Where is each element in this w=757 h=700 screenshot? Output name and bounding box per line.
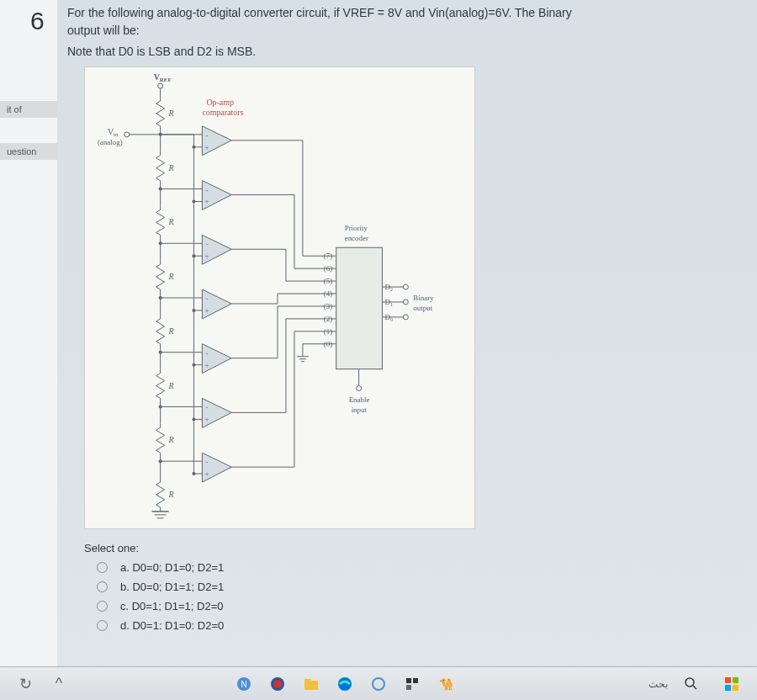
svg-rect-114 [725, 677, 731, 683]
svg-text:input: input [352, 406, 368, 414]
option-c[interactable]: c. D0=1; D1=1; D2=0 [97, 600, 749, 612]
svg-rect-110 [413, 678, 418, 683]
resistor-ladder: R R R R [152, 97, 174, 518]
svg-text:-: - [205, 240, 208, 248]
svg-text:+: + [204, 252, 209, 260]
svg-point-95 [403, 315, 408, 320]
svg-point-108 [373, 678, 384, 690]
svg-text:+: + [204, 469, 209, 478]
question-text: For the following analog-to-digital conv… [67, 4, 749, 40]
sidebar: it of uestion [0, 0, 57, 700]
svg-text:VREF: VREF [154, 72, 172, 83]
app-icon-2[interactable] [265, 671, 290, 697]
svg-text:-: - [205, 349, 208, 358]
svg-text:(analog): (analog) [98, 138, 123, 146]
timeline-icon[interactable] [400, 671, 425, 697]
svg-text:R: R [168, 217, 174, 226]
svg-rect-115 [733, 677, 738, 683]
svg-text:(5): (5) [324, 277, 332, 285]
svg-point-30 [124, 132, 130, 137]
edge-icon[interactable] [332, 671, 357, 697]
cortana-icon[interactable] [366, 671, 391, 697]
svg-text:(6): (6) [324, 264, 332, 273]
question-line1: For the following analog-to-digital conv… [67, 6, 572, 19]
svg-text:(2): (2) [324, 315, 332, 323]
svg-text:-: - [205, 131, 208, 140]
svg-rect-109 [406, 678, 411, 683]
svg-text:(7): (7) [324, 252, 332, 260]
svg-text:D1: D1 [384, 298, 392, 307]
svg-text:(0): (0) [324, 340, 332, 348]
svg-text:D0: D0 [384, 313, 392, 322]
option-c-text: c. D0=1; D1=1; D2=0 [120, 600, 224, 612]
svg-text:encoder: encoder [345, 234, 368, 242]
svg-text:(1): (1) [324, 327, 332, 336]
option-a[interactable]: a. D0=0; D1=0; D2=1 [97, 561, 749, 574]
answer-section: Select one: a. D0=0; D1=0; D2=1 b. D0=0;… [84, 542, 749, 632]
sidebar-tag-1: it of [0, 101, 57, 118]
svg-point-104 [273, 680, 282, 688]
select-one-label: Select one: [84, 542, 749, 554]
search-icon[interactable] [679, 671, 704, 697]
svg-text:comparators: comparators [202, 108, 243, 117]
up-icon[interactable]: ^ [46, 671, 71, 697]
svg-text:R: R [168, 381, 174, 390]
option-d-text: d. D0=1: D1=0: D2=0 [120, 619, 224, 632]
svg-rect-111 [406, 685, 411, 690]
option-d[interactable]: d. D0=1: D1=0: D2=0 [97, 619, 749, 632]
start-icon[interactable] [719, 671, 744, 697]
svg-text:output: output [413, 304, 432, 312]
svg-text:-: - [205, 294, 208, 303]
refresh-icon[interactable]: ↻ [13, 671, 38, 697]
svg-text:-: - [205, 403, 208, 411]
svg-text:R: R [168, 163, 174, 172]
radio-c[interactable] [97, 601, 108, 612]
comparators: - + - + - + [161, 126, 232, 482]
svg-text:Op-amp: Op-amp [206, 98, 234, 107]
main-content: For the following analog-to-digital conv… [67, 4, 749, 639]
svg-text:Enable: Enable [349, 395, 370, 404]
sidebar-tag-2: uestion [0, 143, 57, 160]
svg-text:R: R [168, 109, 174, 118]
svg-point-87 [357, 386, 362, 391]
svg-point-112 [686, 678, 694, 687]
svg-text:R: R [168, 490, 174, 499]
svg-text:+: + [204, 306, 209, 315]
svg-text:+: + [204, 361, 209, 369]
comparator-wires [231, 141, 336, 467]
svg-text:N: N [241, 680, 246, 689]
svg-rect-106 [304, 679, 311, 682]
question-line2: output will be: [67, 24, 140, 37]
folder-icon[interactable] [299, 671, 324, 697]
svg-text:+: + [204, 143, 209, 151]
radio-a[interactable] [97, 562, 108, 573]
option-b[interactable]: b. D0=0; D1=1; D2=1 [97, 581, 749, 593]
svg-text:Binary: Binary [413, 294, 434, 302]
svg-line-113 [693, 686, 696, 689]
taskbar: ↻ ^ N 🐪 بحث [0, 666, 757, 700]
option-a-text: a. D0=0; D1=0; D2=1 [120, 561, 224, 574]
svg-text:+: + [204, 415, 209, 423]
app-icon-1[interactable]: N [231, 671, 257, 697]
svg-text:D2: D2 [384, 283, 392, 292]
svg-text:-: - [205, 186, 208, 194]
svg-point-1 [158, 83, 163, 88]
svg-text:-: - [205, 458, 208, 466]
option-b-text: b. D0=0; D1=1; D2=1 [120, 581, 224, 593]
svg-rect-116 [725, 685, 731, 691]
svg-text:R: R [168, 326, 174, 336]
svg-point-93 [403, 284, 408, 289]
camel-icon[interactable]: 🐪 [433, 671, 458, 697]
search-text: بحث [648, 678, 668, 690]
svg-point-94 [403, 300, 408, 305]
radio-b[interactable] [97, 581, 108, 592]
svg-rect-117 [733, 685, 738, 691]
svg-text:+: + [204, 197, 209, 205]
svg-text:Vin: Vin [108, 127, 119, 138]
svg-text:(3): (3) [324, 302, 332, 310]
note-text: Note that D0 is LSB and D2 is MSB. [67, 45, 749, 58]
svg-text:R: R [168, 272, 174, 281]
svg-text:Priority: Priority [345, 224, 368, 232]
question-number: 6 [30, 7, 45, 35]
radio-d[interactable] [97, 620, 108, 631]
